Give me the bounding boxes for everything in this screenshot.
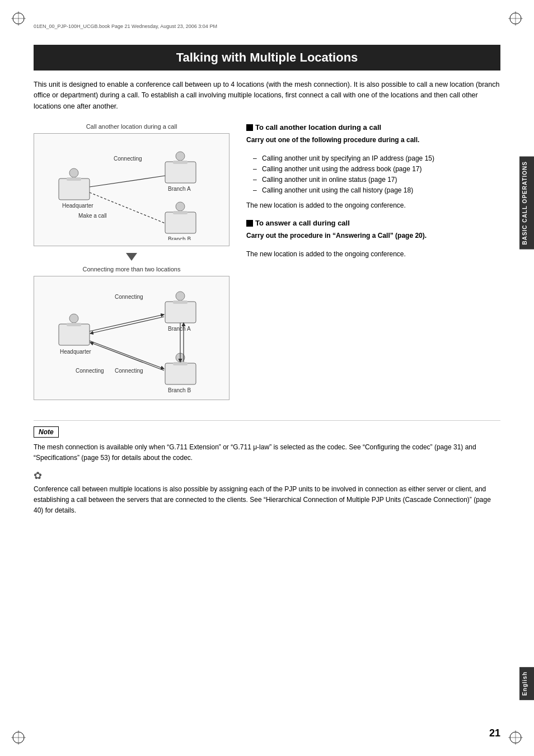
top-diagram-label: Call another location during a call — [34, 123, 229, 130]
corner-mark-bl — [10, 729, 27, 746]
svg-line-42 — [90, 317, 164, 334]
page-title: Talking with Multiple Locations — [34, 45, 500, 71]
section1-subheading: Carry out one of the following procedure… — [246, 135, 500, 145]
svg-text:Connecting: Connecting — [115, 368, 143, 374]
intro-text: This unit is designed to enable a confer… — [34, 79, 500, 112]
section1-subheading-bold: Carry out one of the following procedure… — [246, 136, 419, 144]
file-header: 01EN_00_PJP-100H_UCGB.book Page 21 Wedne… — [34, 24, 217, 29]
section1-bullets: Calling another unit by specifying an IP… — [246, 153, 500, 196]
tip-icon: ✿ — [34, 469, 500, 482]
note-label: Note — [34, 426, 59, 438]
svg-rect-28 — [59, 324, 90, 345]
svg-rect-38 — [173, 362, 188, 365]
note-section: Note The mesh connection is available on… — [34, 420, 500, 516]
bottom-diagram-svg: Headquarter Branch A Branch B Connecting — [48, 282, 216, 394]
svg-text:Branch A: Branch A — [168, 326, 191, 332]
svg-line-46 — [90, 342, 164, 370]
main-content: Talking with Multiple Locations This uni… — [34, 45, 500, 522]
svg-text:Headquarter: Headquarter — [62, 203, 93, 209]
section1-heading-text: To call another location during a call — [255, 123, 381, 132]
note-text1: The mesh connection is available only wh… — [34, 442, 500, 463]
svg-point-17 — [176, 152, 185, 161]
svg-text:Connecting: Connecting — [114, 156, 142, 162]
black-square-2 — [246, 220, 253, 227]
svg-point-29 — [69, 314, 78, 323]
bottom-diagram-box: Headquarter Branch A Branch B Connecting — [34, 276, 229, 400]
bullet-1: Calling another unit by specifying an IP… — [253, 153, 500, 164]
svg-rect-30 — [67, 323, 81, 326]
svg-rect-14 — [67, 177, 81, 181]
svg-rect-32 — [165, 302, 196, 323]
bullet-4: Calling another unit using the call hist… — [253, 185, 500, 196]
svg-rect-18 — [173, 161, 188, 164]
top-diagram-svg: Headquarter Branch A Branch B Connecting — [48, 139, 216, 240]
right-column: To call another location during a call C… — [246, 123, 500, 267]
svg-point-21 — [176, 202, 185, 211]
svg-rect-22 — [173, 211, 188, 214]
section2-subheading: Carry out the procedure in “Answering a … — [246, 231, 500, 241]
svg-text:Connecting: Connecting — [76, 368, 104, 374]
left-column: Call another location during a call Head… — [34, 123, 229, 407]
section2-subheading-bold: Carry out the procedure in “Answering a … — [246, 232, 427, 240]
top-diagram-box: Headquarter Branch A Branch B Connecting — [34, 133, 229, 246]
side-tab-english: English — [519, 667, 534, 700]
corner-mark-br — [507, 729, 524, 746]
svg-rect-36 — [165, 363, 196, 384]
corner-mark-tr — [507, 10, 524, 27]
section2-heading-text: To answer a call during call — [255, 219, 350, 227]
section2-heading: To answer a call during call — [246, 219, 500, 227]
svg-line-25 — [90, 176, 165, 187]
svg-text:Branch B: Branch B — [168, 236, 191, 240]
two-column-layout: Call another location during a call Head… — [34, 123, 500, 407]
page-number: 21 — [489, 727, 500, 739]
svg-text:Connecting: Connecting — [115, 294, 143, 300]
svg-line-41 — [90, 314, 164, 331]
svg-text:Make a call: Make a call — [78, 213, 107, 219]
svg-text:Branch A: Branch A — [168, 186, 191, 192]
svg-text:Branch B: Branch B — [168, 387, 191, 393]
corner-mark-tl — [10, 10, 27, 27]
side-tab-basic-call: BASIC CALL OPERATIONS — [519, 157, 534, 250]
svg-text:Headquarter: Headquarter — [60, 349, 91, 355]
bottom-diagram-label: Connecting more than two locations — [34, 266, 229, 273]
svg-point-13 — [69, 168, 78, 177]
page-container: 01EN_00_PJP-100H_UCGB.book Page 21 Wedne… — [0, 0, 534, 756]
bullet-2: Calling another unit using the address b… — [253, 164, 500, 175]
svg-rect-16 — [165, 162, 196, 183]
section2-followup: The new location is added to the ongoing… — [246, 249, 500, 260]
section1-heading: To call another location during a call — [246, 123, 500, 132]
tip-text: Conference call between multiple locatio… — [34, 484, 500, 516]
svg-rect-12 — [59, 179, 90, 200]
svg-point-33 — [176, 292, 185, 300]
bullet-3: Calling another unit in online status (p… — [253, 175, 500, 185]
svg-rect-20 — [165, 212, 196, 233]
section1-followup: The new location is added to the ongoing… — [246, 200, 500, 211]
black-square-1 — [246, 124, 253, 131]
svg-rect-34 — [173, 300, 188, 304]
svg-line-45 — [90, 341, 164, 369]
arrow-down — [34, 253, 229, 262]
